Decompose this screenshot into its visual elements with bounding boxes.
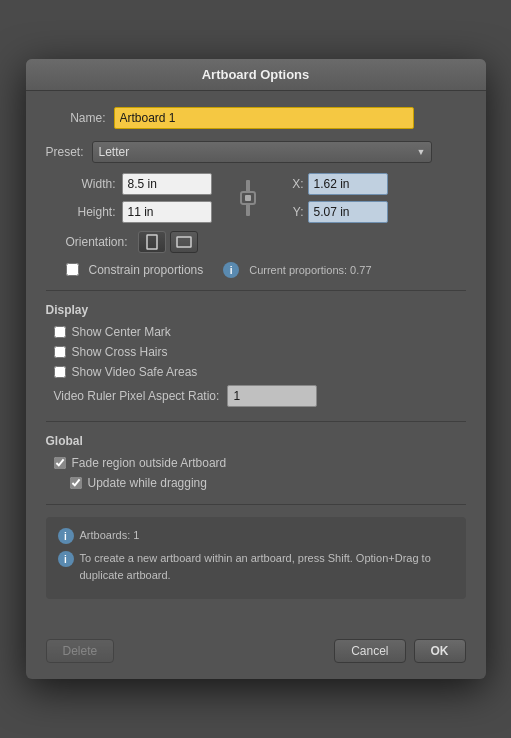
- svg-rect-4: [147, 235, 157, 249]
- display-section: Display Show Center Mark Show Cross Hair…: [46, 303, 466, 407]
- portrait-button[interactable]: [138, 231, 166, 253]
- x-row: X:: [284, 173, 388, 195]
- title-bar: Artboard Options: [26, 59, 486, 91]
- svg-rect-5: [177, 237, 191, 247]
- video-ratio-label: Video Ruler Pixel Aspect Ratio:: [54, 389, 220, 403]
- y-input[interactable]: [308, 201, 388, 223]
- update-dragging-label: Update while dragging: [88, 476, 207, 490]
- orientation-label: Orientation:: [66, 235, 128, 249]
- divider-2: [46, 421, 466, 422]
- proportions-text: Current proportions: 0.77: [249, 264, 371, 276]
- width-label: Width:: [66, 177, 116, 191]
- width-row: Width:: [66, 173, 212, 195]
- preset-row: Preset: Letter A4 A3 Legal Tabloid Custo…: [46, 141, 466, 163]
- x-label: X:: [284, 177, 304, 191]
- update-dragging-row: Update while dragging: [46, 476, 466, 490]
- link-icon: [236, 176, 260, 220]
- artboards-info-icon: i: [58, 528, 74, 544]
- button-row: Delete Cancel OK: [26, 629, 486, 679]
- landscape-button[interactable]: [170, 231, 198, 253]
- constrain-checkbox[interactable]: [66, 263, 79, 276]
- dim-col: Width: Height:: [66, 173, 212, 223]
- cross-hairs-row: Show Cross Hairs: [46, 345, 466, 359]
- artboards-text: Artboards: 1: [80, 527, 140, 544]
- delete-button[interactable]: Delete: [46, 639, 115, 663]
- cross-hairs-label: Show Cross Hairs: [72, 345, 168, 359]
- video-safe-checkbox[interactable]: [54, 366, 66, 378]
- artboards-info-row: i Artboards: 1: [58, 527, 454, 544]
- video-ratio-row: Video Ruler Pixel Aspect Ratio:: [46, 385, 466, 407]
- preset-select-wrapper: Letter A4 A3 Legal Tabloid Custom: [92, 141, 432, 163]
- video-safe-row: Show Video Safe Areas: [46, 365, 466, 379]
- constrain-row: Constrain proportions i Current proporti…: [46, 261, 466, 278]
- constrain-label: Constrain proportions: [89, 263, 204, 277]
- orientation-row: Orientation:: [46, 231, 466, 253]
- tip-info-row: i To create a new artboard within an art…: [58, 550, 454, 583]
- artboard-options-dialog: Artboard Options Name: Preset: Letter A4…: [26, 59, 486, 679]
- dialog-title: Artboard Options: [202, 67, 310, 82]
- svg-rect-0: [246, 180, 250, 192]
- dialog-content: Name: Preset: Letter A4 A3 Legal Tabloid…: [26, 91, 486, 629]
- cross-hairs-checkbox[interactable]: [54, 346, 66, 358]
- ok-button[interactable]: OK: [414, 639, 466, 663]
- center-mark-row: Show Center Mark: [46, 325, 466, 339]
- name-label: Name:: [46, 111, 106, 125]
- preset-select[interactable]: Letter A4 A3 Legal Tabloid Custom: [92, 141, 432, 163]
- name-row: Name:: [46, 107, 466, 129]
- display-heading: Display: [46, 303, 466, 317]
- cancel-button[interactable]: Cancel: [334, 639, 405, 663]
- tip-text: To create a new artboard within an artbo…: [80, 550, 454, 583]
- height-label: Height:: [66, 205, 116, 219]
- svg-rect-1: [246, 204, 250, 216]
- coord-col: X: Y:: [284, 173, 388, 223]
- y-row: Y:: [284, 201, 388, 223]
- fade-region-label: Fade region outside Artboard: [72, 456, 227, 470]
- svg-rect-3: [245, 195, 251, 201]
- proportions-info: i Current proportions: 0.77: [223, 261, 371, 278]
- divider-3: [46, 504, 466, 505]
- height-row: Height:: [66, 201, 212, 223]
- center-mark-label: Show Center Mark: [72, 325, 171, 339]
- global-heading: Global: [46, 434, 466, 448]
- y-label: Y:: [284, 205, 304, 219]
- video-safe-label: Show Video Safe Areas: [72, 365, 198, 379]
- fade-region-checkbox[interactable]: [54, 457, 66, 469]
- update-dragging-checkbox[interactable]: [70, 477, 82, 489]
- video-ratio-input[interactable]: [227, 385, 317, 407]
- tip-info-icon: i: [58, 551, 74, 567]
- width-input[interactable]: [122, 173, 212, 195]
- global-section: Global Fade region outside Artboard Upda…: [46, 434, 466, 490]
- name-input[interactable]: [114, 107, 414, 129]
- preset-label: Preset:: [46, 145, 84, 159]
- proportions-info-icon: i: [223, 262, 239, 278]
- info-section: i Artboards: 1 i To create a new artboar…: [46, 517, 466, 599]
- dimensions-section: Width: Height: X:: [46, 173, 466, 223]
- divider-1: [46, 290, 466, 291]
- fade-region-row: Fade region outside Artboard: [46, 456, 466, 470]
- height-input[interactable]: [122, 201, 212, 223]
- x-input[interactable]: [308, 173, 388, 195]
- center-mark-checkbox[interactable]: [54, 326, 66, 338]
